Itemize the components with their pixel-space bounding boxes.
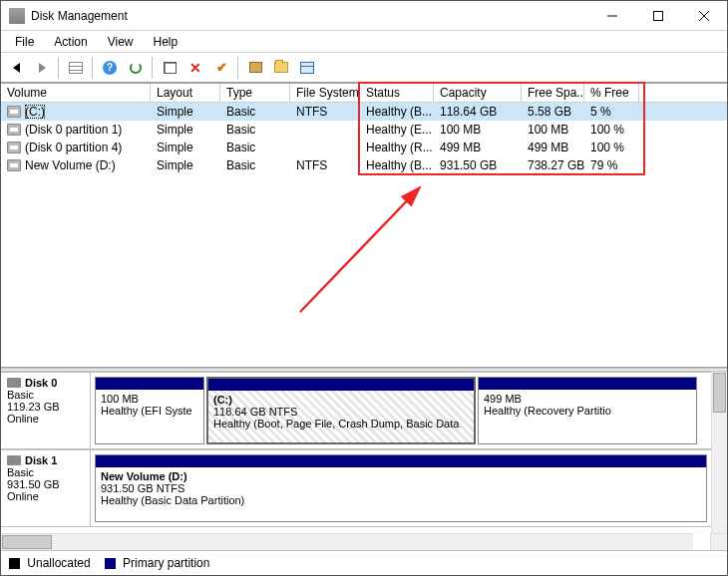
new-disk-button[interactable] xyxy=(244,57,266,79)
column-header-free[interactable]: Free Spa... xyxy=(522,84,584,102)
volume-cell: Basic xyxy=(220,157,290,173)
refresh-icon xyxy=(130,62,142,74)
back-button[interactable] xyxy=(5,57,27,79)
forward-button[interactable] xyxy=(31,57,53,79)
maximize-button[interactable] xyxy=(635,1,681,30)
swatch-unallocated-icon xyxy=(9,558,20,569)
volume-list-header: Volume Layout Type File System Status Ca… xyxy=(1,83,727,103)
partition-header xyxy=(479,378,696,390)
disk-icon xyxy=(249,62,262,73)
disk-rows: Disk 0Basic119.23 GBOnline100 MBHealthy … xyxy=(1,372,711,533)
disk-size: 931.50 GB xyxy=(7,478,84,490)
legend: Unallocated Primary partition xyxy=(1,551,727,575)
delete-button[interactable]: ✕ xyxy=(184,57,206,79)
scrollbar-thumb[interactable] xyxy=(2,535,52,549)
volume-icon xyxy=(7,159,21,171)
disk-size: 119.23 GB xyxy=(7,401,84,413)
volume-cell: Simple xyxy=(151,122,220,138)
volume-cell: 118.64 GB xyxy=(434,104,522,120)
toolbar: ? ✕ ✔ xyxy=(1,53,727,83)
volume-row[interactable]: (Disk 0 partition 4)SimpleBasicHealthy (… xyxy=(1,139,727,156)
disk-graphical-view: Disk 0Basic119.23 GBOnline100 MBHealthy … xyxy=(1,372,727,551)
column-header-type[interactable]: Type xyxy=(220,84,290,102)
partition-body: (C:)118.64 GB NTFSHealthy (Boot, Page Fi… xyxy=(208,391,474,442)
volume-cell: NTFS xyxy=(290,104,360,120)
folder-icon xyxy=(274,62,288,73)
svg-line-1 xyxy=(300,187,420,312)
column-header-layout[interactable]: Layout xyxy=(151,84,220,102)
volume-cell: 100 MB xyxy=(434,122,522,138)
partition-line2: Healthy (Basic Data Partition) xyxy=(101,494,244,506)
volume-row[interactable]: New Volume (D:)SimpleBasicNTFSHealthy (B… xyxy=(1,156,727,174)
minimize-button[interactable] xyxy=(589,1,635,30)
arrow-annotation xyxy=(280,182,440,322)
partition[interactable]: New Volume (D:)931.50 GB NTFSHealthy (Ba… xyxy=(95,454,707,522)
partition-line1: 100 MB xyxy=(101,393,139,405)
volume-name: (Disk 0 partition 1) xyxy=(25,123,122,137)
partition-header xyxy=(96,378,203,390)
column-header-pct-free[interactable]: % Free xyxy=(584,84,639,102)
properties-button[interactable] xyxy=(159,57,181,79)
app-icon xyxy=(9,8,25,24)
disk-icon xyxy=(7,378,21,388)
legend-unallocated-label: Unallocated xyxy=(27,556,90,570)
volume-row[interactable]: (C:)SimpleBasicNTFSHealthy (B...118.64 G… xyxy=(1,103,727,121)
menu-help[interactable]: Help xyxy=(144,33,188,51)
volume-cell: Basic xyxy=(220,122,290,138)
arrow-right-icon xyxy=(39,63,46,73)
volume-rows: (C:)SimpleBasicNTFSHealthy (B...118.64 G… xyxy=(1,103,727,174)
titlebar: Disk Management xyxy=(1,1,727,31)
help-topics-button[interactable]: ? xyxy=(99,57,121,79)
disk-name: Disk 1 xyxy=(25,454,57,466)
partition[interactable]: (C:)118.64 GB NTFSHealthy (Boot, Page Fi… xyxy=(206,377,476,444)
check-icon: ✔ xyxy=(216,60,227,75)
partition-line2: Healthy (Recovery Partitio xyxy=(484,405,611,417)
volume-icon xyxy=(7,124,21,136)
partition[interactable]: 499 MBHealthy (Recovery Partitio xyxy=(478,377,697,444)
volume-icon xyxy=(7,142,21,153)
volume-cell: 100 % xyxy=(584,122,639,138)
svg-rect-0 xyxy=(654,11,663,20)
toolbar-separator xyxy=(58,57,60,79)
scrollbar-thumb[interactable] xyxy=(713,373,726,413)
window-title: Disk Management xyxy=(31,9,589,23)
column-header-filesystem[interactable]: File System xyxy=(290,84,360,102)
partition-line1: 499 MB xyxy=(484,393,522,405)
explore-button[interactable] xyxy=(270,57,292,79)
column-header-capacity[interactable]: Capacity xyxy=(434,84,522,102)
disk-state: Online xyxy=(7,413,84,425)
legend-primary-label: Primary partition xyxy=(123,556,209,570)
volume-icon xyxy=(7,106,21,118)
partition-line2: Healthy (EFI Syste xyxy=(101,405,192,417)
disk-row: Disk 1Basic931.50 GBOnlineNew Volume (D:… xyxy=(1,449,711,527)
commit-button[interactable]: ✔ xyxy=(210,57,232,79)
toolbar-separator xyxy=(92,57,94,79)
scrollbar-corner xyxy=(710,533,727,550)
partition-body: 499 MBHealthy (Recovery Partitio xyxy=(479,390,696,443)
partition-line1: 931.50 GB NTFS xyxy=(101,482,184,494)
swatch-primary-icon xyxy=(105,558,116,569)
partition-body: New Volume (D:)931.50 GB NTFSHealthy (Ba… xyxy=(96,467,706,521)
legend-unallocated: Unallocated xyxy=(9,556,91,570)
vertical-scrollbar[interactable] xyxy=(711,372,727,533)
refresh-button[interactable] xyxy=(125,57,147,79)
configure-columns-button[interactable] xyxy=(296,57,318,79)
menu-action[interactable]: Action xyxy=(44,33,97,51)
close-button[interactable] xyxy=(681,1,727,30)
partition[interactable]: 100 MBHealthy (EFI Syste xyxy=(95,377,204,444)
partition-header xyxy=(96,455,706,467)
volume-row[interactable]: (Disk 0 partition 1)SimpleBasicHealthy (… xyxy=(1,121,727,139)
help-icon: ? xyxy=(103,61,117,75)
menu-file[interactable]: File xyxy=(5,33,44,51)
disk-icon xyxy=(7,455,21,465)
toolbar-separator xyxy=(237,57,239,79)
menu-view[interactable]: View xyxy=(98,33,144,51)
volume-name: New Volume (D:) xyxy=(25,158,116,172)
show-console-tree-button[interactable] xyxy=(65,57,87,79)
disk-row: Disk 0Basic119.23 GBOnline100 MBHealthy … xyxy=(1,372,711,449)
volume-list: Volume Layout Type File System Status Ca… xyxy=(1,83,727,368)
column-header-status[interactable]: Status xyxy=(360,84,434,102)
horizontal-scrollbar[interactable] xyxy=(1,533,693,550)
volume-cell: 100 % xyxy=(584,140,639,155)
column-header-volume[interactable]: Volume xyxy=(1,84,151,102)
